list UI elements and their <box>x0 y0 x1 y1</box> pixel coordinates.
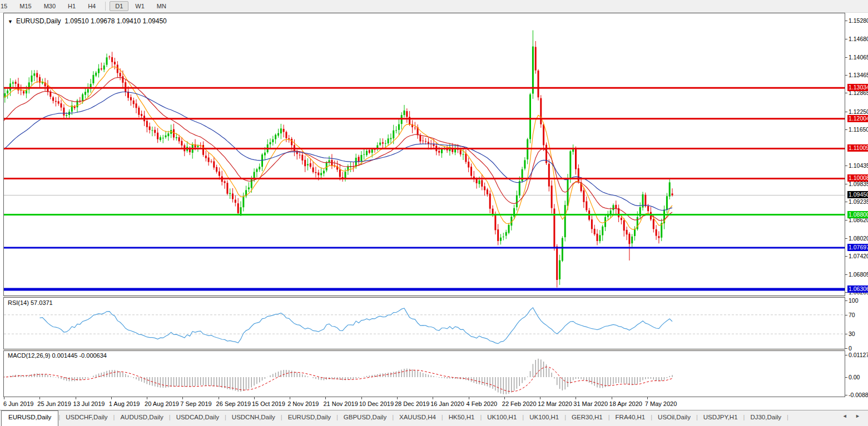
date-tick <box>290 397 290 399</box>
axis-tick <box>845 57 847 58</box>
date-tick <box>4 397 4 399</box>
chart-tab-xauusd-h4[interactable]: XAUUSD,H4 <box>394 410 442 426</box>
chart-tab-uk100-h1[interactable]: UK100,H1 <box>482 410 522 426</box>
date-label: 2 Nov 2019 <box>287 400 319 407</box>
chart-tab-bar: EURUSD,Daily|USDCHF,Daily|AUDUSD,Daily|U… <box>0 410 868 426</box>
axis-tick <box>845 220 847 220</box>
date-tick <box>576 397 576 399</box>
chart-tab-usdchf-daily[interactable]: USDCHF,Daily <box>60 410 113 426</box>
date-tick <box>147 397 147 399</box>
price-tick-label: 1.11650 <box>849 126 868 133</box>
timeframe-button-h1[interactable]: H1 <box>62 1 81 11</box>
date-axis[interactable]: 6 Jun 201925 Jun 201913 Jul 20191 Aug 20… <box>3 397 845 410</box>
chart-tab-usdjpy-h1[interactable]: USDJPY,H1 <box>698 410 743 426</box>
level-price-badge: 1.10008 <box>847 174 868 182</box>
price-tick-label: 1.14065 <box>849 54 868 61</box>
date-tick <box>254 397 255 399</box>
date-tick <box>433 397 433 399</box>
level-price-badge: 1.08800 <box>847 211 868 218</box>
axis-tick <box>845 334 847 334</box>
chart-title: ▼EURUSD,Daily 1.09510 1.09678 1.09410 1.… <box>8 17 167 25</box>
toolbar-separator <box>105 2 106 11</box>
axis-tick <box>845 202 847 202</box>
chart-tab-uk100-h1[interactable]: UK100,H1 <box>524 410 564 426</box>
date-label: 13 Jul 2019 <box>73 400 105 407</box>
main-chart-panel <box>3 13 845 296</box>
chart-tab-dj30-daily[interactable]: DJ30,Daily <box>745 410 787 426</box>
price-tick-label: 1.10435 <box>849 162 868 169</box>
axis-tick <box>845 315 847 315</box>
date-label: 7 May 2020 <box>645 400 677 407</box>
level-price-badge: 1.06306 <box>847 285 868 293</box>
price-tick-label: 1.06805 <box>849 271 868 278</box>
chart-dropdown-icon[interactable]: ▼ <box>8 19 13 24</box>
price-tick-label: 1.07420 <box>849 253 868 259</box>
date-tick <box>540 397 540 399</box>
date-tick <box>612 397 612 399</box>
chart-tab-audusd-daily[interactable]: AUDUSD,Daily <box>115 410 168 426</box>
axis-tick <box>845 21 847 21</box>
axis-tick <box>845 112 847 112</box>
date-tick <box>111 397 112 399</box>
timeframe-button-d1[interactable]: D1 <box>110 1 128 11</box>
date-label: 16 Jan 2020 <box>430 400 464 407</box>
tab-scroll-arrows[interactable]: ◄ ► <box>842 413 864 419</box>
rsi-line <box>40 308 673 344</box>
chart-tab-gbpusd-daily[interactable]: GBPUSD,Daily <box>338 410 392 426</box>
rsi-axis-label: 30 <box>849 330 855 337</box>
moving-average-slow <box>4 92 672 211</box>
timeframe-button-mn[interactable]: MN <box>151 1 172 11</box>
date-tick <box>361 397 362 399</box>
timeframe-button-w1[interactable]: W1 <box>130 1 150 11</box>
price-tick-label: 1.09235 <box>849 198 868 205</box>
chart-tab-usdcad-daily[interactable]: USDCAD,Daily <box>171 410 225 426</box>
date-label: 12 Mar 2020 <box>538 400 572 407</box>
date-tick <box>469 397 469 399</box>
chart-tab-ger30-h1[interactable]: GER30,H1 <box>566 410 608 426</box>
price-axis[interactable]: 1.152801.146801.140651.134651.128651.122… <box>845 13 868 410</box>
macd-histogram <box>4 359 672 394</box>
price-tick-label: 1.15280 <box>849 17 868 24</box>
current-price-badge: 1.09450 <box>847 191 868 198</box>
date-label: 10 Dec 2019 <box>359 400 394 407</box>
date-label: 25 Jun 2019 <box>37 400 71 407</box>
date-label: 22 Feb 2020 <box>502 400 537 407</box>
axis-tick <box>845 39 847 39</box>
date-label: 21 Nov 2019 <box>323 400 358 407</box>
level-price-badge: 1.12004 <box>847 115 868 122</box>
tab-separator: | <box>787 410 788 426</box>
timeframe-button-m30[interactable]: M30 <box>38 1 61 11</box>
date-tick <box>39 397 40 399</box>
date-label: 15 Oct 2019 <box>252 400 285 407</box>
axis-tick <box>845 300 847 301</box>
chart-tab-eurusd-daily[interactable]: EURUSD,Daily <box>1 410 58 426</box>
axis-tick <box>845 184 847 184</box>
timeframe-button-h4[interactable]: H4 <box>82 1 101 11</box>
axis-tick <box>845 238 847 239</box>
date-label: 20 Aug 2019 <box>145 400 179 407</box>
rsi-canvas[interactable] <box>4 298 845 349</box>
timeframe-toolbar: 15M15M30H1H4D1W1MN <box>0 0 868 13</box>
chart-tab-usoil-daily[interactable]: USOil,Daily <box>652 410 696 426</box>
date-label: 26 Sep 2019 <box>216 400 251 407</box>
axis-tick <box>845 348 847 349</box>
date-tick <box>397 397 398 399</box>
level-price-badge: 1.07697 <box>847 244 868 251</box>
price-tick-label: 1.14680 <box>849 36 868 42</box>
chart-tab-hk50-h1[interactable]: HK50,H1 <box>443 410 480 426</box>
timeframe-button-15[interactable]: 15 <box>0 1 13 11</box>
date-label: 6 Jun 2019 <box>3 400 33 407</box>
date-label: 7 Sep 2019 <box>180 400 211 407</box>
chart-tab-usdcnh-daily[interactable]: USDCNH,Daily <box>226 410 281 426</box>
price-chart-canvas[interactable] <box>4 13 845 295</box>
chart-tab-eurusd-daily[interactable]: EURUSD,Daily <box>282 410 336 426</box>
date-tick <box>182 397 183 399</box>
axis-tick <box>845 355 847 355</box>
rsi-axis-label: 100 <box>849 297 859 304</box>
macd-canvas[interactable] <box>4 351 845 397</box>
macd-axis-label: -0.008845 <box>849 392 868 398</box>
axis-tick <box>845 256 847 257</box>
timeframe-button-m15[interactable]: M15 <box>14 1 37 11</box>
chart-tab-fra40-h1[interactable]: FRA40,H1 <box>610 410 651 426</box>
rsi-axis-label: 70 <box>849 312 855 318</box>
